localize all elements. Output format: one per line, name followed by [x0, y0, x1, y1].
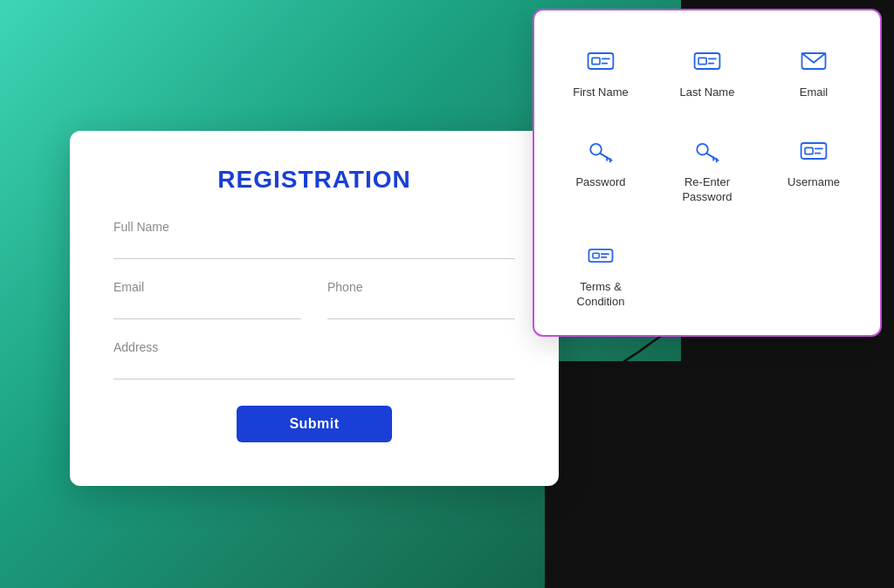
popup-item-firstname: First Name — [552, 37, 650, 109]
full-name-label: Full Name — [113, 220, 515, 234]
phone-field: Phone — [327, 280, 515, 319]
svg-rect-1 — [592, 58, 600, 64]
popup-item-email: Email — [765, 37, 863, 109]
address-input[interactable] — [113, 358, 515, 379]
popup-item-lastname: Last Name — [658, 37, 756, 109]
terms-icon — [585, 240, 616, 271]
popup-label-reenter: Re-EnterPassword — [682, 175, 732, 205]
submit-button[interactable]: Submit — [237, 406, 391, 442]
id-card-icon-username — [798, 135, 829, 167]
email-field: Email — [113, 280, 301, 319]
popup-panel: First Name Last Name Email — [533, 9, 882, 337]
full-name-field: Full Name — [113, 220, 515, 259]
popup-label-email: Email — [800, 85, 829, 100]
registration-title: REGISTRATION — [113, 166, 515, 194]
email-icon-popup — [798, 45, 829, 77]
popup-label-password: Password — [575, 175, 625, 190]
popup-item-password: Password — [552, 126, 650, 214]
popup-label-firstname: First Name — [573, 85, 629, 100]
address-field: Address — [113, 340, 515, 379]
id-card-icon-firstname — [585, 45, 616, 77]
popup-label-username: Username — [787, 175, 840, 190]
svg-rect-18 — [805, 147, 813, 154]
popup-item-terms: Terms &Condition — [552, 231, 650, 318]
popup-item-reenter: Re-EnterPassword — [658, 126, 756, 214]
svg-rect-22 — [593, 253, 599, 257]
key-icon-reenter — [691, 135, 723, 167]
popup-label-lastname: Last Name — [680, 85, 735, 100]
address-label: Address — [113, 340, 515, 354]
popup-grid: First Name Last Name Email — [552, 37, 863, 318]
popup-item-username: Username — [765, 126, 863, 214]
phone-label: Phone — [327, 280, 515, 294]
key-icon-password — [585, 135, 616, 167]
full-name-input[interactable] — [113, 237, 515, 259]
svg-rect-5 — [698, 58, 706, 64]
email-phone-row: Email Phone — [113, 280, 515, 319]
phone-input[interactable] — [327, 297, 515, 319]
popup-label-terms: Terms &Condition — [577, 280, 625, 310]
id-card-icon-lastname — [691, 45, 723, 77]
email-label: Email — [113, 280, 301, 294]
registration-card: REGISTRATION Full Name Email Phone Addre… — [70, 131, 559, 486]
email-input[interactable] — [113, 297, 301, 319]
